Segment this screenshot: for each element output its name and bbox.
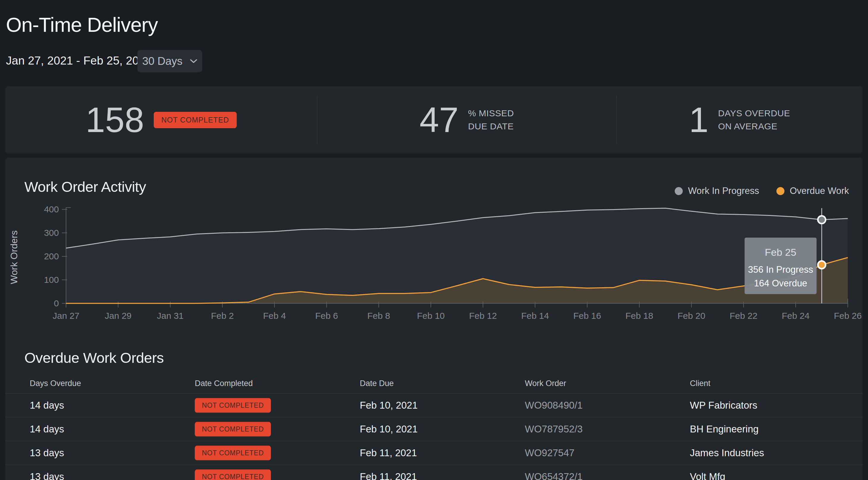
stat-days-overdue: 1 DAYS OVERDUEON AVERAGE xyxy=(616,86,863,153)
table-row[interactable]: 13 daysNOT COMPLETEDFeb 11, 2021WO927547… xyxy=(5,441,863,465)
legend-item-overdue-work[interactable]: Overdue Work xyxy=(776,186,849,196)
column-header-client: Client xyxy=(690,379,710,388)
cell-date-completed: NOT COMPLETED xyxy=(195,446,271,460)
column-header-work-order: Work Order xyxy=(525,379,566,388)
page-title: On-Time Delivery xyxy=(6,13,158,36)
legend-dot-orange xyxy=(776,187,784,195)
cell-date-due: Feb 10, 2021 xyxy=(360,423,418,435)
chevron-down-icon xyxy=(190,59,197,64)
y-tick-label: 400 xyxy=(44,205,59,214)
x-tick-label: Feb 14 xyxy=(521,311,549,321)
cell-date-completed: NOT COMPLETED xyxy=(195,422,271,436)
chart-legend: Work In Progress Overdue Work xyxy=(675,186,849,196)
stat-days-overdue-value: 1 xyxy=(689,102,709,138)
stats-summary-card: 158 NOT COMPLETED 47 % MISSEDDUE DATE 1 … xyxy=(5,86,863,153)
legend-label: Overdue Work xyxy=(790,186,849,196)
range-selector-dropdown[interactable]: 30 Days xyxy=(137,50,202,72)
tooltip-overdue: 164 Overdue xyxy=(745,277,816,290)
in-progress-marker xyxy=(818,216,826,223)
cell-client: James Industries xyxy=(690,447,764,458)
x-tick-label: Feb 18 xyxy=(625,311,653,321)
cell-work-order: WO908490/1 xyxy=(525,400,583,411)
main-card: Work Order Activity Work In Progress Ove… xyxy=(5,158,863,480)
stat-missed-due-date: 47 % MISSEDDUE DATE xyxy=(317,86,616,153)
legend-item-work-in-progress[interactable]: Work In Progress xyxy=(675,186,759,196)
cell-work-order: WO927547 xyxy=(525,447,575,458)
x-tick-label: Feb 20 xyxy=(677,311,705,321)
status-badge: NOT COMPLETED xyxy=(195,446,271,460)
x-tick-label: Feb 4 xyxy=(263,311,286,321)
x-tick-label: Feb 24 xyxy=(782,311,809,321)
cell-work-order: WO654372/1 xyxy=(525,471,583,480)
legend-dot-gray xyxy=(675,187,683,195)
x-tick-label: Feb 10 xyxy=(417,311,444,321)
stat-not-completed: 158 NOT COMPLETED xyxy=(5,86,317,153)
cell-date-completed: NOT COMPLETED xyxy=(195,469,271,480)
x-tick-label: Feb 22 xyxy=(730,311,757,321)
chart-tooltip: Feb 25 356 In Progress 164 Overdue xyxy=(745,238,816,294)
not-completed-badge: NOT COMPLETED xyxy=(154,112,237,128)
x-tick-label: Feb 2 xyxy=(211,311,234,321)
column-header-date-completed: Date Completed xyxy=(195,379,253,388)
cell-work-order: WO787952/3 xyxy=(525,423,583,435)
cell-client: WP Fabricators xyxy=(690,400,757,411)
overdue-marker xyxy=(818,261,826,269)
x-tick-label: Jan 27 xyxy=(53,311,80,321)
cell-date-completed: NOT COMPLETED xyxy=(195,398,271,413)
stat-days-overdue-label: DAYS OVERDUEON AVERAGE xyxy=(718,107,790,133)
table-row[interactable]: 13 daysNOT COMPLETEDFeb 11, 2021WO654372… xyxy=(5,465,863,480)
x-tick-label: Feb 8 xyxy=(367,311,390,321)
cell-client: Volt Mfg xyxy=(690,471,725,480)
status-badge: NOT COMPLETED xyxy=(195,422,271,436)
x-tick-label: Feb 16 xyxy=(573,311,601,321)
stat-missed-due-date-label: % MISSEDDUE DATE xyxy=(468,107,514,133)
cell-days-overdue: 14 days xyxy=(30,400,64,411)
cell-days-overdue: 13 days xyxy=(30,471,64,480)
overdue-work-orders-table: Days Overdue Date Completed Date Due Wor… xyxy=(5,378,863,480)
x-tick-label: Feb 12 xyxy=(469,311,497,321)
y-axis-title: Work Orders xyxy=(9,231,19,284)
cell-client: BH Engineering xyxy=(690,423,758,435)
status-badge: NOT COMPLETED xyxy=(195,469,271,480)
table-body: 14 daysNOT COMPLETEDFeb 10, 2021WO908490… xyxy=(5,393,863,480)
x-tick-label: Feb 26 xyxy=(834,311,862,321)
legend-label: Work In Progress xyxy=(688,186,759,196)
y-tick-label: 100 xyxy=(44,275,59,284)
date-range-label: Jan 27, 2021 - Feb 25, 2021 xyxy=(6,54,152,67)
cell-date-due: Feb 11, 2021 xyxy=(360,447,417,458)
tooltip-date: Feb 25 xyxy=(745,246,816,258)
cell-days-overdue: 14 days xyxy=(30,423,64,435)
y-tick-label: 0 xyxy=(54,298,59,308)
work-order-activity-chart[interactable]: 0100200300400Jan 27Jan 29Jan 31Feb 2Feb … xyxy=(5,205,863,336)
status-badge: NOT COMPLETED xyxy=(195,398,271,413)
table-row[interactable]: 14 daysNOT COMPLETEDFeb 10, 2021WO787952… xyxy=(5,417,863,441)
x-tick-label: Jan 29 xyxy=(105,311,131,321)
column-header-date-due: Date Due xyxy=(360,379,394,388)
y-tick-label: 300 xyxy=(44,228,59,238)
table-title: Overdue Work Orders xyxy=(24,350,164,366)
table-header-row: Days Overdue Date Completed Date Due Wor… xyxy=(5,378,863,393)
stat-not-completed-value: 158 xyxy=(86,102,144,138)
chart-title: Work Order Activity xyxy=(24,178,146,195)
cell-date-due: Feb 11, 2021 xyxy=(360,471,417,480)
stat-missed-due-date-value: 47 xyxy=(420,102,459,138)
table-row[interactable]: 14 daysNOT COMPLETEDFeb 10, 2021WO908490… xyxy=(5,393,863,417)
cell-date-due: Feb 10, 2021 xyxy=(360,400,418,411)
x-tick-label: Jan 31 xyxy=(157,311,183,321)
range-selector-value: 30 Days xyxy=(142,55,183,67)
y-tick-label: 200 xyxy=(44,251,59,261)
cell-days-overdue: 13 days xyxy=(30,447,64,458)
tooltip-in-progress: 356 In Progress xyxy=(745,263,816,277)
column-header-days-overdue: Days Overdue xyxy=(30,379,81,388)
x-tick-label: Feb 6 xyxy=(315,311,338,321)
